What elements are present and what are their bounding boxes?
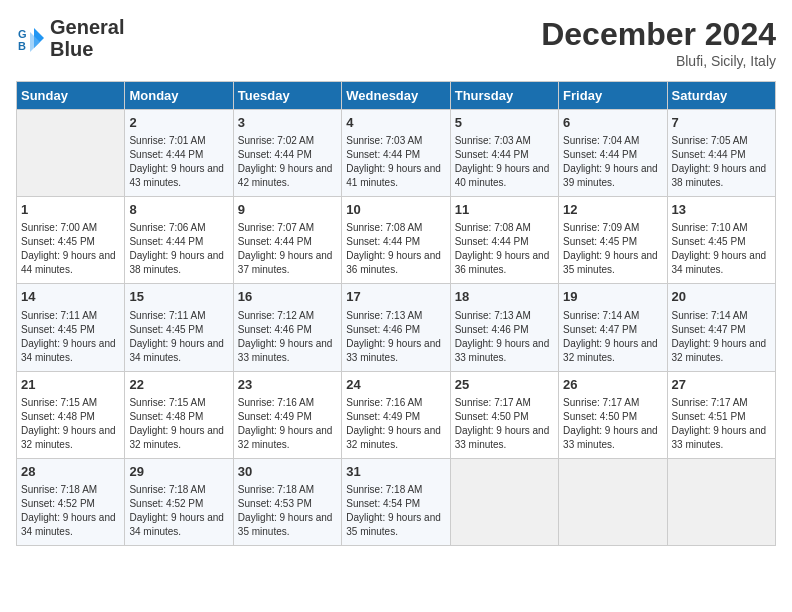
daylight: Daylight: 9 hours and 36 minutes. [346, 250, 441, 275]
sunset: Sunset: 4:52 PM [129, 498, 203, 509]
calendar-cell: 14Sunrise: 7:11 AMSunset: 4:45 PMDayligh… [17, 284, 125, 371]
sunset: Sunset: 4:48 PM [129, 411, 203, 422]
daylight: Daylight: 9 hours and 33 minutes. [672, 425, 767, 450]
sunrise: Sunrise: 7:00 AM [21, 222, 97, 233]
sunrise: Sunrise: 7:07 AM [238, 222, 314, 233]
calendar-cell [17, 110, 125, 197]
sunrise: Sunrise: 7:06 AM [129, 222, 205, 233]
calendar-cell: 13Sunrise: 7:10 AMSunset: 4:45 PMDayligh… [667, 197, 775, 284]
sunset: Sunset: 4:45 PM [563, 236, 637, 247]
calendar-cell: 12Sunrise: 7:09 AMSunset: 4:45 PMDayligh… [559, 197, 667, 284]
daylight: Daylight: 9 hours and 33 minutes. [455, 425, 550, 450]
day-number: 2 [129, 114, 228, 132]
sunrise: Sunrise: 7:18 AM [238, 484, 314, 495]
calendar-cell: 27Sunrise: 7:17 AMSunset: 4:51 PMDayligh… [667, 371, 775, 458]
day-number: 9 [238, 201, 337, 219]
daylight: Daylight: 9 hours and 33 minutes. [455, 338, 550, 363]
sunrise: Sunrise: 7:10 AM [672, 222, 748, 233]
calendar-cell: 10Sunrise: 7:08 AMSunset: 4:44 PMDayligh… [342, 197, 450, 284]
daylight: Daylight: 9 hours and 41 minutes. [346, 163, 441, 188]
sunrise: Sunrise: 7:18 AM [346, 484, 422, 495]
daylight: Daylight: 9 hours and 44 minutes. [21, 250, 116, 275]
sunrise: Sunrise: 7:17 AM [672, 397, 748, 408]
daylight: Daylight: 9 hours and 33 minutes. [238, 338, 333, 363]
daylight: Daylight: 9 hours and 32 minutes. [21, 425, 116, 450]
day-number: 24 [346, 376, 445, 394]
daylight: Daylight: 9 hours and 38 minutes. [672, 163, 767, 188]
day-number: 11 [455, 201, 554, 219]
logo: G B General Blue [16, 16, 124, 60]
sunset: Sunset: 4:44 PM [455, 236, 529, 247]
day-number: 31 [346, 463, 445, 481]
day-header-friday: Friday [559, 82, 667, 110]
svg-text:G: G [18, 28, 27, 40]
day-number: 15 [129, 288, 228, 306]
day-header-monday: Monday [125, 82, 233, 110]
calendar-cell [450, 458, 558, 545]
calendar-cell: 31Sunrise: 7:18 AMSunset: 4:54 PMDayligh… [342, 458, 450, 545]
sunset: Sunset: 4:44 PM [238, 149, 312, 160]
day-number: 27 [672, 376, 771, 394]
calendar-table: SundayMondayTuesdayWednesdayThursdayFrid… [16, 81, 776, 546]
daylight: Daylight: 9 hours and 32 minutes. [563, 338, 658, 363]
calendar-cell: 24Sunrise: 7:16 AMSunset: 4:49 PMDayligh… [342, 371, 450, 458]
calendar-cell [667, 458, 775, 545]
calendar-title: December 2024 [541, 16, 776, 53]
day-number: 14 [21, 288, 120, 306]
sunrise: Sunrise: 7:17 AM [455, 397, 531, 408]
calendar-cell: 4Sunrise: 7:03 AMSunset: 4:44 PMDaylight… [342, 110, 450, 197]
daylight: Daylight: 9 hours and 37 minutes. [238, 250, 333, 275]
daylight: Daylight: 9 hours and 35 minutes. [346, 512, 441, 537]
sunset: Sunset: 4:52 PM [21, 498, 95, 509]
sunset: Sunset: 4:45 PM [21, 236, 95, 247]
calendar-cell: 19Sunrise: 7:14 AMSunset: 4:47 PMDayligh… [559, 284, 667, 371]
logo-line2: Blue [50, 38, 124, 60]
daylight: Daylight: 9 hours and 36 minutes. [455, 250, 550, 275]
day-number: 10 [346, 201, 445, 219]
sunrise: Sunrise: 7:08 AM [455, 222, 531, 233]
daylight: Daylight: 9 hours and 32 minutes. [129, 425, 224, 450]
sunset: Sunset: 4:45 PM [672, 236, 746, 247]
sunrise: Sunrise: 7:16 AM [238, 397, 314, 408]
logo-text: General Blue [50, 16, 124, 60]
day-header-wednesday: Wednesday [342, 82, 450, 110]
sunrise: Sunrise: 7:14 AM [563, 310, 639, 321]
calendar-subtitle: Blufi, Sicily, Italy [541, 53, 776, 69]
daylight: Daylight: 9 hours and 35 minutes. [238, 512, 333, 537]
daylight: Daylight: 9 hours and 42 minutes. [238, 163, 333, 188]
calendar-week-1: 2Sunrise: 7:01 AMSunset: 4:44 PMDaylight… [17, 110, 776, 197]
calendar-cell: 16Sunrise: 7:12 AMSunset: 4:46 PMDayligh… [233, 284, 341, 371]
sunrise: Sunrise: 7:04 AM [563, 135, 639, 146]
sunrise: Sunrise: 7:16 AM [346, 397, 422, 408]
sunset: Sunset: 4:49 PM [346, 411, 420, 422]
sunrise: Sunrise: 7:13 AM [455, 310, 531, 321]
sunset: Sunset: 4:44 PM [563, 149, 637, 160]
sunset: Sunset: 4:50 PM [455, 411, 529, 422]
calendar-cell: 17Sunrise: 7:13 AMSunset: 4:46 PMDayligh… [342, 284, 450, 371]
page-header: G B General Blue December 2024 Blufi, Si… [16, 16, 776, 69]
day-number: 18 [455, 288, 554, 306]
day-number: 21 [21, 376, 120, 394]
day-number: 13 [672, 201, 771, 219]
sunset: Sunset: 4:54 PM [346, 498, 420, 509]
daylight: Daylight: 9 hours and 43 minutes. [129, 163, 224, 188]
daylight: Daylight: 9 hours and 34 minutes. [21, 512, 116, 537]
daylight: Daylight: 9 hours and 40 minutes. [455, 163, 550, 188]
day-header-saturday: Saturday [667, 82, 775, 110]
day-number: 12 [563, 201, 662, 219]
daylight: Daylight: 9 hours and 32 minutes. [346, 425, 441, 450]
sunset: Sunset: 4:51 PM [672, 411, 746, 422]
sunset: Sunset: 4:47 PM [672, 324, 746, 335]
sunset: Sunset: 4:45 PM [21, 324, 95, 335]
day-number: 4 [346, 114, 445, 132]
day-number: 3 [238, 114, 337, 132]
calendar-cell: 20Sunrise: 7:14 AMSunset: 4:47 PMDayligh… [667, 284, 775, 371]
sunrise: Sunrise: 7:09 AM [563, 222, 639, 233]
day-number: 1 [21, 201, 120, 219]
logo-icon: G B [16, 24, 44, 52]
sunrise: Sunrise: 7:05 AM [672, 135, 748, 146]
calendar-cell: 15Sunrise: 7:11 AMSunset: 4:45 PMDayligh… [125, 284, 233, 371]
sunrise: Sunrise: 7:02 AM [238, 135, 314, 146]
sunrise: Sunrise: 7:11 AM [21, 310, 97, 321]
sunset: Sunset: 4:44 PM [238, 236, 312, 247]
